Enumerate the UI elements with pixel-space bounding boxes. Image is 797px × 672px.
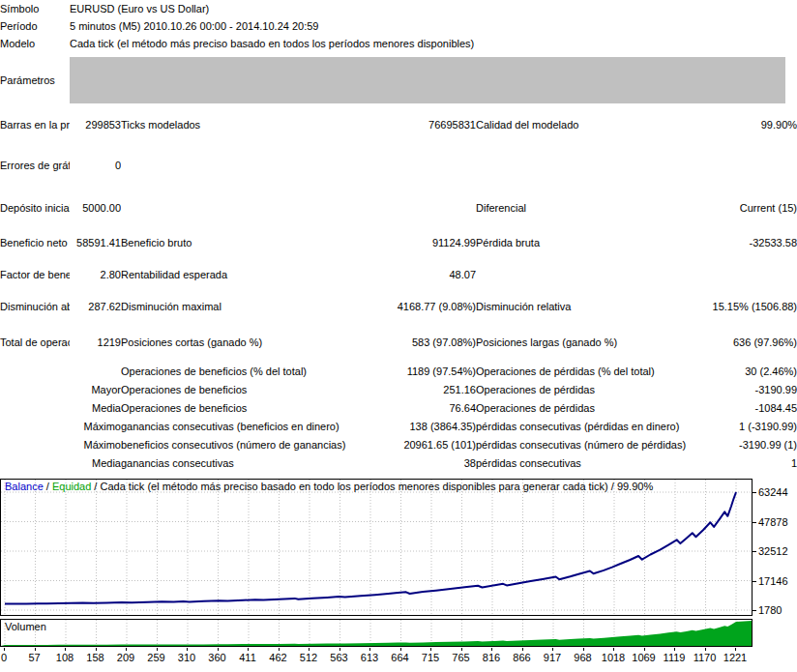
stat-row: Errores de gráficos mal agrupados0: [0, 141, 797, 190]
header-label: Modelo: [0, 35, 70, 52]
stat-cell: Operaciones de pérdidas: [476, 398, 704, 417]
stat-row: Beneficio neto total58591.41Beneficio br…: [0, 226, 797, 259]
x-axis-label: 613: [361, 652, 378, 663]
stat-cell: -3190.99: [704, 380, 797, 398]
y-axis-label: 32512: [758, 545, 788, 557]
stat-cell: -32533.58: [704, 226, 797, 259]
stat-cell: Ticks modelados: [121, 108, 363, 141]
stat-row: Máximobeneficios consecutivos (número de…: [0, 435, 797, 453]
x-tick-mark: [248, 648, 249, 651]
stat-cell: 48.07: [363, 259, 476, 290]
stat-cell: Barras en la prueba: [0, 108, 70, 141]
parameters-box: [70, 57, 785, 103]
x-tick-mark: [218, 648, 219, 651]
stat-row: Factor de beneficio2.80Rentabilidad espe…: [0, 259, 797, 290]
stat-cell: 38: [363, 453, 476, 472]
header-value: EURUSD (Euro vs US Dollar): [70, 0, 797, 17]
stat-cell: [0, 398, 70, 417]
stat-cell: [363, 190, 476, 226]
stat-cell: Operaciones de beneficios (% del total): [121, 362, 363, 380]
x-tick-mark: [339, 648, 340, 651]
stat-cell: Operaciones de beneficios: [121, 398, 363, 417]
x-axis-label: 411: [239, 652, 256, 663]
x-axis-label: 816: [483, 652, 500, 663]
volume-chart: Volumen: [0, 619, 753, 647]
stat-cell: pérdidas consecutivas: [476, 453, 704, 472]
header-value: Cada tick (el método más preciso basado …: [70, 35, 797, 52]
stat-cell: 1219: [70, 323, 121, 362]
y-tick-mark: [753, 581, 756, 582]
stat-cell: [363, 141, 476, 190]
stat-cell: pérdidas consecutivas (pérdidas en diner…: [476, 417, 704, 435]
x-tick-mark: [400, 648, 401, 651]
header-value: [70, 52, 797, 108]
x-tick-mark: [126, 648, 127, 651]
x-tick-mark: [430, 648, 431, 651]
x-tick-mark: [461, 648, 462, 651]
stat-cell: Beneficio bruto: [121, 226, 363, 259]
x-axis-label: 1018: [602, 652, 625, 663]
stat-cell: ganancias consecutivas (beneficios en di…: [121, 417, 363, 435]
x-axis-label: 512: [300, 652, 317, 663]
stat-cell: 76.64: [363, 398, 476, 417]
stat-cell: Total de operaciones: [0, 323, 70, 362]
x-tick-mark: [522, 648, 523, 651]
x-axis: 0571081582092593103604114625125636136647…: [0, 648, 797, 665]
x-axis-label: 360: [208, 652, 225, 663]
x-axis-label: 1119: [664, 652, 686, 663]
stat-row: MayorOperaciones de beneficios251.16Oper…: [0, 380, 797, 398]
stat-cell: 99.90%: [704, 108, 797, 141]
stat-cell: Disminución relativa: [476, 290, 704, 323]
stats-table: SímboloEURUSD (Euro vs US Dollar)Período…: [0, 0, 797, 472]
stat-cell: 91124.99: [363, 226, 476, 259]
stat-cell: [704, 259, 797, 290]
x-axis-label: 664: [391, 652, 408, 663]
x-tick-mark: [674, 648, 675, 651]
x-axis-label: 108: [56, 652, 74, 663]
x-axis-label: 563: [330, 652, 347, 663]
stat-cell: Operaciones de pérdidas (% del total): [476, 362, 704, 380]
stats-table-body: SímboloEURUSD (Euro vs US Dollar)Período…: [0, 0, 797, 472]
stat-cell: Media: [70, 398, 121, 417]
header-label: Símbolo: [0, 0, 70, 17]
stat-cell: [121, 190, 363, 226]
stat-cell: 2.80: [70, 259, 121, 290]
x-axis-label: 1170: [694, 652, 717, 663]
x-axis-label: 866: [513, 652, 530, 663]
stat-cell: 1189 (97.54%): [363, 362, 476, 380]
stat-cell: Disminución absoluta: [0, 290, 70, 323]
x-tick-mark: [157, 648, 158, 651]
stat-cell: Rentabilidad esperada: [121, 259, 363, 290]
stat-cell: Pérdida bruta: [476, 226, 704, 259]
stat-cell: [476, 141, 704, 190]
legend-mode-text: Cada tick (el método más preciso basado …: [100, 481, 607, 492]
header-row: SímboloEURUSD (Euro vs US Dollar): [0, 0, 797, 17]
strategy-tester-report: SímboloEURUSD (Euro vs US Dollar)Período…: [0, 0, 797, 672]
x-axis-label: 0: [1, 652, 7, 663]
x-tick-mark: [4, 648, 5, 651]
y-tick-mark: [753, 492, 756, 493]
stat-cell: Errores de gráficos mal agrupados: [0, 141, 70, 190]
stat-cell: 15.15% (1506.88): [704, 290, 797, 323]
stat-cell: Current (15): [704, 190, 797, 226]
stat-cell: Mayor: [70, 380, 121, 398]
stat-cell: 583 (97.08%): [363, 323, 476, 362]
x-axis-label: 1069: [632, 652, 655, 663]
stat-cell: [0, 417, 70, 435]
stat-cell: Posiciones cortas (ganado %): [121, 323, 363, 362]
stat-cell: Calidad del modelado: [476, 108, 704, 141]
volume-plot: [1, 620, 752, 646]
legend-balance-label: Balance: [5, 481, 44, 492]
legend-equity-label: Equidad: [52, 481, 91, 492]
x-tick-mark: [279, 648, 280, 651]
balance-plot: [1, 480, 752, 615]
y-tick-mark: [753, 522, 756, 523]
x-axis-label: 57: [28, 652, 40, 663]
x-axis-label: 158: [86, 652, 103, 663]
x-tick-mark: [491, 648, 492, 651]
x-tick-mark: [187, 648, 188, 651]
x-axis-label: 259: [147, 652, 164, 663]
header-row: ModeloCada tick (el método más preciso b…: [0, 35, 797, 52]
stat-cell: Diferencial: [476, 190, 704, 226]
header-label: Período: [0, 17, 70, 35]
